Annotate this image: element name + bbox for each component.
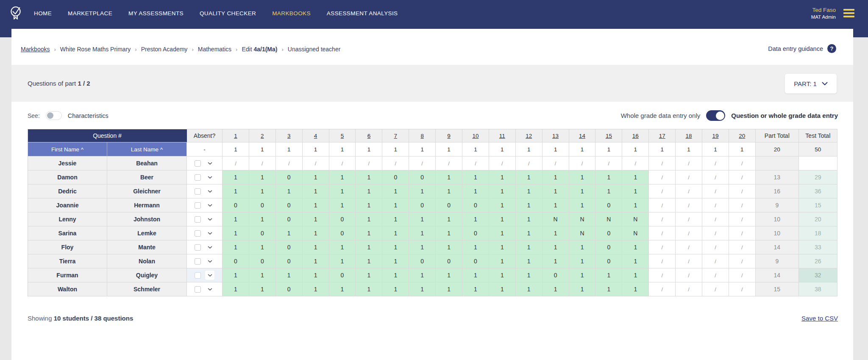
mark-cell[interactable]: 1 — [356, 226, 382, 240]
mark-cell[interactable]: / — [702, 226, 729, 240]
mark-cell[interactable]: 1 — [409, 226, 436, 240]
mark-cell[interactable]: 1 — [223, 212, 249, 226]
question-14-link[interactable]: 14 — [569, 129, 596, 142]
mark-cell[interactable]: 1 — [249, 240, 276, 254]
mark-cell[interactable]: 1 — [595, 184, 622, 198]
mark-cell[interactable]: / — [729, 268, 756, 282]
chevron-down-icon[interactable] — [205, 173, 214, 182]
mark-cell[interactable]: 1 — [489, 212, 516, 226]
mark-cell[interactable]: 1 — [303, 254, 329, 268]
mark-cell[interactable]: 1 — [436, 240, 462, 254]
mark-cell[interactable]: 1 — [489, 240, 516, 254]
mark-cell[interactable]: 1 — [516, 184, 542, 198]
mark-cell[interactable]: 1 — [542, 184, 569, 198]
mark-cell[interactable]: 1 — [516, 282, 542, 296]
question-13-link[interactable]: 13 — [542, 129, 569, 142]
mark-cell[interactable]: 1 — [516, 254, 542, 268]
mark-cell[interactable]: 1 — [622, 268, 649, 282]
question-19-link[interactable]: 19 — [702, 129, 729, 142]
mark-cell[interactable]: 1 — [436, 184, 462, 198]
chevron-down-icon[interactable] — [205, 271, 214, 280]
mark-cell[interactable]: 1 — [249, 268, 276, 282]
absent-cell[interactable] — [187, 254, 223, 268]
mark-cell[interactable]: / — [223, 156, 249, 170]
mark-cell[interactable]: 1 — [409, 212, 436, 226]
mark-cell[interactable]: 0 — [249, 226, 276, 240]
mark-cell[interactable]: / — [729, 156, 756, 170]
question-11-link[interactable]: 11 — [489, 129, 516, 142]
mark-cell[interactable]: 0 — [409, 170, 436, 184]
mark-cell[interactable]: 1 — [223, 282, 249, 296]
mark-cell[interactable]: 1 — [409, 282, 436, 296]
mark-cell[interactable]: 1 — [382, 254, 409, 268]
mark-cell[interactable]: / — [676, 198, 702, 212]
mark-cell[interactable]: 1 — [622, 170, 649, 184]
question-1-link[interactable]: 1 — [223, 129, 249, 142]
mark-cell[interactable]: N — [569, 226, 596, 240]
question-2-link[interactable]: 2 — [249, 129, 276, 142]
chevron-down-icon[interactable] — [205, 243, 214, 252]
mark-cell[interactable]: / — [676, 212, 702, 226]
mark-cell[interactable]: 1 — [436, 170, 462, 184]
mark-cell[interactable]: 0 — [436, 198, 462, 212]
question-10-link[interactable]: 10 — [462, 129, 489, 142]
mark-cell[interactable]: 1 — [516, 240, 542, 254]
mark-cell[interactable]: / — [676, 184, 702, 198]
mark-cell[interactable]: 1 — [249, 184, 276, 198]
mark-cell[interactable]: 1 — [462, 212, 489, 226]
mark-cell[interactable]: / — [702, 156, 729, 170]
question-16-link[interactable]: 16 — [622, 129, 649, 142]
absent-checkbox[interactable] — [195, 188, 201, 195]
mark-cell[interactable]: 1 — [329, 282, 356, 296]
mark-cell[interactable]: 1 — [303, 240, 329, 254]
mark-cell[interactable]: 1 — [569, 240, 596, 254]
mark-cell[interactable]: 1 — [249, 170, 276, 184]
mark-cell[interactable]: 1 — [249, 282, 276, 296]
question-20-link[interactable]: 20 — [729, 129, 756, 142]
last-name-sort-header[interactable]: Last Name ^ — [107, 142, 187, 156]
mark-cell[interactable]: / — [702, 198, 729, 212]
mark-cell[interactable]: 1 — [329, 184, 356, 198]
absent-cell[interactable] — [187, 268, 223, 282]
first-name-sort-header[interactable]: First Name ^ — [28, 142, 107, 156]
mark-cell[interactable]: 1 — [249, 212, 276, 226]
question-mark-icon[interactable]: ? — [827, 44, 836, 53]
mark-cell[interactable]: 1 — [622, 240, 649, 254]
mark-cell[interactable]: / — [729, 212, 756, 226]
mark-cell[interactable]: / — [729, 240, 756, 254]
mark-cell[interactable]: 1 — [329, 170, 356, 184]
mark-cell[interactable]: / — [649, 198, 676, 212]
mark-cell[interactable]: 1 — [569, 170, 596, 184]
absent-checkbox[interactable] — [195, 202, 201, 209]
mark-cell[interactable]: 1 — [462, 184, 489, 198]
mark-cell[interactable]: 1 — [436, 226, 462, 240]
mark-cell[interactable]: 1 — [622, 254, 649, 268]
characteristics-toggle[interactable] — [46, 111, 62, 120]
mark-cell[interactable]: / — [676, 254, 702, 268]
chevron-down-icon[interactable] — [205, 257, 214, 266]
absent-cell[interactable] — [187, 226, 223, 240]
mark-cell[interactable]: 0 — [595, 226, 622, 240]
mark-cell[interactable]: 1 — [569, 268, 596, 282]
mark-cell[interactable]: 1 — [382, 268, 409, 282]
mark-cell[interactable]: 1 — [622, 282, 649, 296]
absent-checkbox[interactable] — [195, 160, 201, 167]
absent-checkbox[interactable] — [195, 230, 201, 237]
mark-cell[interactable]: 1 — [303, 226, 329, 240]
mark-cell[interactable]: 1 — [382, 226, 409, 240]
mark-cell[interactable]: 1 — [489, 254, 516, 268]
mark-cell[interactable]: 0 — [276, 282, 303, 296]
absent-cell[interactable] — [187, 170, 223, 184]
mark-cell[interactable]: 1 — [542, 240, 569, 254]
mark-cell[interactable]: / — [249, 156, 276, 170]
mark-cell[interactable]: N — [569, 212, 596, 226]
mark-cell[interactable]: / — [276, 156, 303, 170]
mark-cell[interactable]: 1 — [329, 198, 356, 212]
mark-cell[interactable]: / — [329, 156, 356, 170]
app-logo-icon[interactable] — [8, 5, 23, 22]
mark-cell[interactable]: 1 — [303, 198, 329, 212]
mark-cell[interactable]: 0 — [462, 226, 489, 240]
mark-cell[interactable]: 0 — [276, 212, 303, 226]
question-12-link[interactable]: 12 — [516, 129, 542, 142]
mark-cell[interactable]: 0 — [595, 240, 622, 254]
